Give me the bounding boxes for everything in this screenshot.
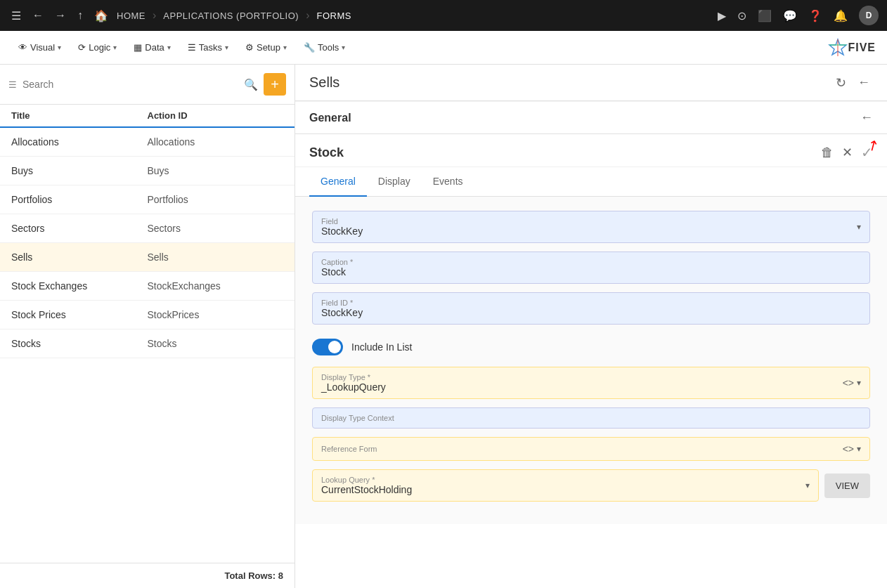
tools-menu[interactable]: 🔧 Tools ▾	[297, 38, 352, 57]
five-text: FIVE	[848, 41, 876, 54]
sidebar-table-header: Title Action ID	[0, 105, 294, 128]
list-item[interactable]: Stock Prices StockPrices	[0, 301, 294, 329]
visual-menu[interactable]: 👁 Visual ▾	[11, 38, 68, 57]
list-item[interactable]: Buys Buys	[0, 157, 294, 185]
data-menu[interactable]: ▦ Data ▾	[127, 38, 177, 57]
sidebar-list: Allocations Allocations Buys Buys Portfo…	[0, 128, 294, 563]
logic-menu[interactable]: ⟳ Logic ▾	[71, 38, 124, 57]
add-button[interactable]: +	[264, 73, 286, 96]
back-arrow-icon[interactable]: ←	[855, 72, 873, 93]
general-title: General	[309, 112, 860, 124]
applications-label[interactable]: APPLICATIONS (PORTFOLIO)	[163, 11, 299, 21]
up-icon[interactable]: ↑	[75, 6, 86, 25]
list-item[interactable]: Sectors Sectors	[0, 214, 294, 243]
list-item[interactable]: Stock Exchanges StockExchanges	[0, 272, 294, 301]
logic-label: Logic	[89, 42, 110, 53]
lookup-query-chevron-icon[interactable]: ▾	[805, 481, 810, 490]
user-avatar[interactable]: D	[859, 6, 879, 25]
home-label[interactable]: HOME	[117, 11, 145, 21]
reference-code-icon[interactable]: <>	[843, 443, 854, 455]
menu-icon[interactable]: ☰	[8, 6, 24, 25]
row-title: Portfolios	[11, 194, 148, 205]
visual-label: Visual	[30, 42, 55, 53]
close-icon[interactable]: ✕	[842, 145, 853, 160]
caption-label: Caption *	[321, 258, 861, 266]
stock-title: Stock	[309, 145, 821, 160]
field-id-value: StockKey	[321, 307, 861, 318]
caption-value: Stock	[321, 266, 861, 277]
home-icon[interactable]: 🏠	[91, 6, 111, 25]
content-header: Sells ↻ ←	[295, 65, 887, 101]
display-type-context-input[interactable]: Display Type Context	[312, 407, 870, 429]
list-item[interactable]: Stocks Stocks	[0, 329, 294, 358]
tasks-label: Tasks	[199, 42, 222, 53]
row-title: Sells	[11, 251, 148, 263]
list-item-active[interactable]: Sells Sells	[0, 243, 294, 272]
tasks-menu[interactable]: ☰ Tasks ▾	[181, 38, 235, 57]
caption-input[interactable]: Caption * Stock	[312, 251, 870, 284]
tab-display[interactable]: Display	[367, 167, 422, 197]
search-input[interactable]	[22, 79, 238, 90]
form-fields: Field StockKey ▾ Caption * Stock	[295, 197, 887, 524]
reference-form-input[interactable]: Reference Form <> ▾	[312, 437, 870, 461]
form-tabs: General Display Events	[295, 167, 887, 197]
separator-2: ›	[306, 9, 309, 22]
search-nav-icon[interactable]: ⊙	[737, 9, 746, 22]
forward-icon[interactable]: →	[52, 6, 69, 25]
tab-events[interactable]: Events	[422, 167, 474, 197]
stock-header-actions: 🗑 ✕ ✓ ↗	[821, 144, 873, 161]
display-type-chevron-icon[interactable]: ▾	[857, 378, 861, 388]
general-back-icon[interactable]: ←	[860, 110, 873, 125]
field-id-input[interactable]: Field ID * StockKey	[312, 292, 870, 325]
forms-label[interactable]: FORMS	[316, 11, 351, 21]
row-title: Allocations	[11, 136, 148, 148]
stop-icon[interactable]: ⬛	[758, 9, 772, 22]
field-chevron-icon[interactable]: ▾	[857, 222, 861, 232]
code-icon[interactable]: <>	[843, 377, 854, 388]
back-icon[interactable]: ←	[30, 6, 46, 25]
tools-chevron: ▾	[342, 44, 345, 51]
help-icon[interactable]: ❓	[808, 9, 822, 22]
page-title: Sells	[309, 74, 833, 91]
setup-label: Setup	[257, 42, 280, 53]
five-logo-icon	[828, 38, 848, 58]
sidebar-filter-icon[interactable]: ☰	[8, 79, 17, 90]
setup-menu[interactable]: ⚙ Setup ▾	[238, 38, 294, 57]
display-type-input[interactable]: Display Type * _LookupQuery <> ▾	[312, 367, 870, 399]
tab-general[interactable]: General	[309, 167, 367, 197]
row-title: Stock Prices	[11, 309, 148, 320]
notification-icon[interactable]: 🔔	[834, 9, 848, 22]
lookup-query-input[interactable]: Lookup Query * CurrentStockHolding ▾	[312, 469, 819, 502]
tasks-chevron: ▾	[225, 44, 228, 51]
include-in-list-label: Include In List	[351, 341, 412, 353]
play-icon[interactable]: ▶	[718, 9, 726, 22]
search-icon[interactable]: 🔍	[244, 78, 258, 91]
stock-panel: Stock 🗑 ✕ ✓ ↗ General Display Events	[295, 134, 887, 588]
second-nav-bar: 👁 Visual ▾ ⟳ Logic ▾ ▦ Data ▾ ☰ Tasks ▾ …	[0, 31, 887, 65]
field-field: Field StockKey ▾	[312, 211, 870, 243]
display-type-context-field: Display Type Context	[312, 407, 870, 429]
view-button[interactable]: VIEW	[824, 473, 870, 498]
lookup-query-label: Lookup Query *	[321, 476, 803, 484]
row-title: Stocks	[11, 338, 148, 349]
delete-icon[interactable]: 🗑	[821, 145, 834, 160]
field-label: Field	[321, 217, 854, 226]
lookup-query-value: CurrentStockHolding	[321, 484, 803, 495]
tools-label: Tools	[318, 42, 339, 53]
list-item[interactable]: Allocations Allocations	[0, 128, 294, 157]
reference-form-chevron-icon[interactable]: ▾	[857, 444, 861, 454]
separator-1: ›	[153, 9, 156, 22]
row-action-id: Sectors	[148, 223, 284, 234]
column-action-id: Action ID	[148, 110, 284, 121]
list-item[interactable]: Portfolios Portfolios	[0, 185, 294, 214]
row-title: Buys	[11, 165, 148, 176]
display-type-value: _LookupQuery	[321, 381, 840, 393]
chat-icon[interactable]: 💬	[783, 9, 797, 22]
refresh-icon[interactable]: ↻	[833, 72, 849, 93]
content-header-actions: ↻ ←	[833, 72, 873, 93]
include-in-list-toggle[interactable]	[312, 339, 343, 355]
field-id-label: Field ID *	[321, 299, 861, 307]
tasks-icon: ☰	[188, 42, 196, 53]
field-input[interactable]: Field StockKey ▾	[312, 211, 870, 243]
right-content: Sells ↻ ← General ← Stock 🗑 ✕ ✓ ↗	[295, 65, 887, 588]
